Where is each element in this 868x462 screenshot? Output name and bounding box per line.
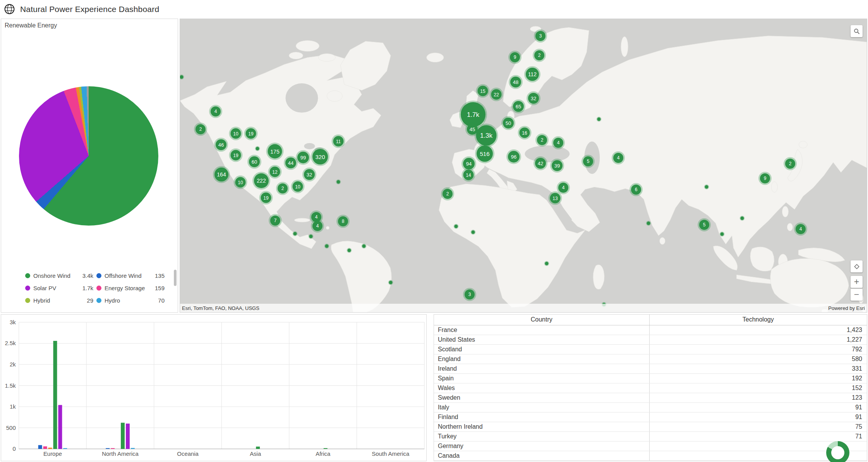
legend-item[interactable]: Offshore Wind135	[96, 272, 165, 279]
cluster-marker[interactable]: 32	[304, 169, 315, 180]
cluster-marker[interactable]: 8	[338, 216, 348, 226]
bar-solar-pv[interactable]	[58, 405, 62, 449]
cluster-marker[interactable]: 10	[235, 177, 246, 188]
point-marker[interactable]	[472, 231, 475, 234]
cluster-marker[interactable]: 65	[513, 101, 524, 112]
cluster-marker[interactable]: 19	[231, 150, 241, 161]
point-marker[interactable]	[309, 235, 313, 238]
column-header-technology[interactable]: Technology	[649, 315, 867, 325]
cluster-marker[interactable]: 16	[520, 128, 530, 138]
cluster-marker[interactable]: 94	[463, 158, 475, 169]
cluster-marker[interactable]: 3	[465, 289, 475, 299]
table-row[interactable]: Wales152	[434, 383, 867, 393]
bar-onshore-wind[interactable]	[256, 447, 260, 449]
point-marker[interactable]	[293, 232, 297, 236]
cluster-marker[interactable]: 5	[699, 220, 709, 230]
cluster-marker[interactable]: 164	[214, 168, 228, 181]
cluster-marker[interactable]: 2	[196, 124, 206, 134]
pie-chart[interactable]	[19, 86, 158, 226]
table-row[interactable]: United States1,227	[434, 335, 867, 344]
cluster-marker[interactable]: 48	[510, 77, 521, 87]
point-marker[interactable]	[180, 75, 184, 79]
cluster-marker[interactable]: 60	[249, 156, 260, 167]
cluster-marker[interactable]: 1.3k	[476, 125, 497, 146]
point-marker[interactable]	[389, 281, 393, 284]
bar-onshore-wind[interactable]	[121, 423, 125, 449]
bar-offshore-wind[interactable]	[38, 445, 42, 449]
cluster-marker[interactable]: 4	[311, 212, 321, 222]
point-marker[interactable]	[597, 118, 601, 121]
cluster-marker[interactable]: 6	[631, 185, 641, 195]
cluster-marker[interactable]: 10	[231, 128, 241, 139]
bar-hydro[interactable]	[131, 448, 135, 449]
table-row[interactable]: Sweden123	[434, 393, 867, 402]
cluster-marker[interactable]: 46	[216, 139, 226, 150]
cluster-marker[interactable]: 4	[553, 138, 563, 148]
map-panel[interactable]: 39211248152232651.7k5045161.3k2451696944…	[180, 19, 867, 313]
cluster-marker[interactable]: 4	[211, 106, 221, 116]
table-row[interactable]: France1,423	[434, 325, 867, 335]
cluster-marker[interactable]: 222	[254, 173, 269, 188]
cluster-marker[interactable]: 516	[477, 145, 493, 162]
cluster-marker[interactable]: 96	[508, 151, 520, 163]
table-row[interactable]: England580	[434, 354, 867, 364]
table-row[interactable]: Northern Ireland75	[434, 422, 867, 431]
cluster-marker[interactable]: 3	[535, 31, 546, 41]
cluster-marker[interactable]: 9	[510, 52, 520, 62]
point-marker[interactable]	[256, 147, 259, 151]
cluster-marker[interactable]: 9	[760, 173, 770, 183]
point-marker[interactable]	[720, 233, 724, 236]
table-row[interactable]: Germany	[434, 441, 867, 451]
cluster-marker[interactable]: 4	[558, 183, 568, 193]
point-marker[interactable]	[705, 185, 708, 189]
bar-solar-pv[interactable]	[126, 424, 130, 449]
cluster-marker[interactable]: 11	[333, 136, 344, 147]
cluster-marker[interactable]: 15	[478, 86, 488, 96]
cluster-marker[interactable]: 2	[785, 159, 795, 169]
point-marker[interactable]	[741, 217, 744, 220]
cluster-marker[interactable]: 2	[537, 135, 547, 145]
cluster-marker[interactable]: 2	[278, 183, 288, 193]
point-marker[interactable]	[362, 245, 366, 248]
bar-onshore-wind[interactable]	[53, 341, 57, 449]
cluster-marker[interactable]: 320	[312, 149, 328, 164]
cluster-marker[interactable]: 50	[503, 118, 514, 128]
point-marker[interactable]	[337, 180, 340, 184]
zoom-in-button[interactable]: +	[851, 276, 863, 288]
bar-energy-storage[interactable]	[111, 448, 115, 449]
cluster-marker[interactable]: 19	[246, 128, 256, 139]
cluster-marker[interactable]: 4	[312, 221, 322, 231]
point-marker[interactable]	[455, 225, 458, 228]
table-row[interactable]: Finland91	[434, 412, 867, 422]
legend-scrollbar[interactable]	[174, 270, 177, 286]
legend-item[interactable]: Hybrid29	[25, 297, 93, 304]
bar-other[interactable]	[48, 448, 52, 449]
point-marker[interactable]	[325, 245, 329, 248]
cluster-marker[interactable]: 14	[463, 170, 474, 180]
cluster-marker[interactable]: 39	[552, 160, 563, 171]
column-header-country[interactable]: Country	[434, 315, 649, 325]
cluster-marker[interactable]: 22	[491, 89, 502, 100]
cluster-marker[interactable]: 2	[534, 50, 544, 60]
legend-item[interactable]: Solar PV1.7k	[25, 285, 93, 291]
table-row[interactable]: Scotland792	[434, 344, 867, 354]
cluster-marker[interactable]: 7	[270, 216, 280, 226]
legend-item[interactable]: Energy Storage159	[96, 285, 165, 291]
cluster-marker[interactable]: 112	[526, 68, 539, 81]
cluster-marker[interactable]: 32	[528, 93, 539, 104]
bar-energy-storage[interactable]	[43, 447, 47, 449]
cluster-marker[interactable]: 44	[285, 157, 296, 168]
cluster-marker[interactable]: 19	[261, 193, 271, 203]
locate-button[interactable]	[851, 260, 863, 272]
bar-chart-svg[interactable]: 05001k1.5k2k2.5k3kEuropeNorth AmericaOce…	[1, 315, 426, 461]
search-button[interactable]	[851, 25, 863, 37]
cluster-marker[interactable]: 10	[293, 181, 303, 192]
table-row[interactable]: Canada	[434, 451, 867, 460]
table-row[interactable]: Italy91	[434, 402, 867, 412]
cluster-marker[interactable]: 12	[270, 167, 280, 177]
cluster-marker[interactable]: 175	[268, 144, 282, 159]
cluster-marker[interactable]: 42	[535, 158, 546, 169]
bar-offshore-wind[interactable]	[106, 448, 110, 449]
bar-hydro[interactable]	[63, 448, 67, 449]
zoom-out-button[interactable]: −	[851, 289, 863, 301]
